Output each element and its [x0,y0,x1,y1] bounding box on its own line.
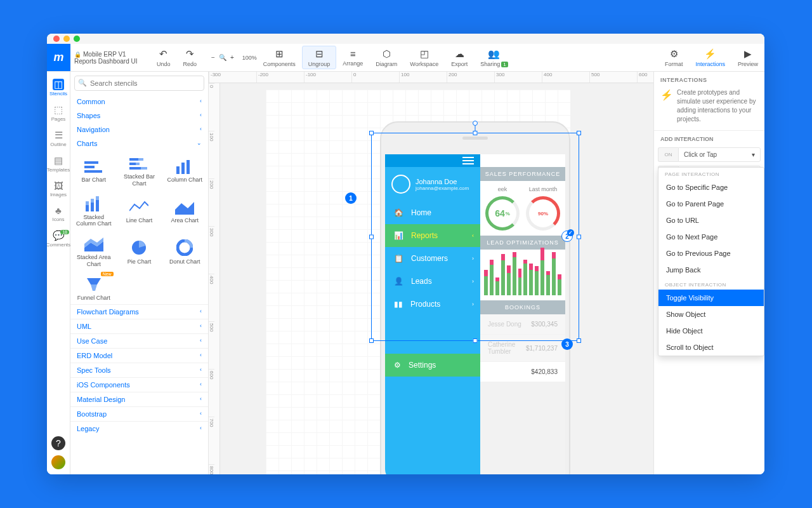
chevron-right-icon: › [472,278,474,284]
interactions-button[interactable]: ⚡Interactions [689,44,731,71]
hamburger-icon[interactable] [462,157,474,164]
category-bootstrap[interactable]: Bootstrap‹ [70,406,208,421]
section-sales: SALES PERFORMANCE [480,167,565,181]
stencil-stacked-column-chart[interactable]: Stacked Column Chart [72,191,116,231]
drawer-header [385,154,480,167]
nav-products[interactable]: ▮▮Products› [385,293,480,316]
dd-item[interactable]: Hide Object [658,323,764,339]
format-button[interactable]: ⚙Format [658,44,690,71]
tab-comments[interactable]: 18💬Comments [47,227,70,251]
stencil-pie-chart[interactable]: Pie Chart [117,231,162,271]
components-button[interactable]: ⊞Components [257,44,302,71]
category-flowchart[interactable]: Flowchart Diagrams‹ [70,304,208,319]
category-ios[interactable]: iOS Components‹ [70,377,208,392]
dd-item[interactable]: Scroll to Object [658,339,764,356]
stencil-column-chart[interactable]: Column Chart [162,150,207,190]
mockup-content: SALES PERFORMANCE eek64 Last month90% LE… [480,167,565,474]
interaction-marker-3[interactable]: 3 [561,338,573,350]
tab-templates[interactable]: ▤Templates [47,152,70,176]
category-material[interactable]: Material Design‹ [70,392,208,406]
svg-marker-24 [91,284,97,291]
dd-item[interactable]: Go to Previous Page [658,245,764,262]
preview-button[interactable]: ▶Preview [731,44,764,71]
resize-handle[interactable] [577,131,581,135]
dd-item[interactable]: Go to URL [658,212,764,229]
svg-rect-0 [84,161,98,164]
sharing-button[interactable]: 👥Sharing1 [474,44,514,71]
category-legacy[interactable]: Legacy‹ [70,421,208,436]
interaction-marker-1[interactable]: 1 [345,192,357,204]
category-usecase[interactable]: Use Case‹ [70,333,208,348]
export-button[interactable]: ☁Export [445,44,474,71]
tab-stencils[interactable]: ◫Stencils [47,76,70,100]
stencil-line-chart[interactable]: Line Chart [117,191,162,231]
phone-mockup[interactable]: Johanna Doejohanna@example.com 🏠Home 📊Re… [380,121,570,474]
svg-rect-15 [91,199,94,203]
diagram-button[interactable]: ⬡Diagram [369,44,403,71]
workspace-icon: ◰ [420,48,429,60]
nav-home[interactable]: 🏠Home [385,201,480,224]
tab-images[interactable]: 🖼Images [47,177,70,201]
project-name: Mobile ERP V1 [83,51,126,58]
format-icon: ⚙ [670,48,678,60]
stencil-stacked-area-chart[interactable]: Stacked Area Chart [72,231,116,271]
tab-pages[interactable]: ⬚Pages [47,101,70,125]
help-button[interactable]: ? [51,436,65,450]
canvas[interactable]: -300-200-1000100200300400500600700800 01… [209,72,653,474]
category-spec[interactable]: Spec Tools‹ [70,363,208,377]
stencil-search [74,76,204,91]
project-subtitle: Reports Dashboard UI [74,58,150,65]
window-zoom-icon[interactable] [74,36,80,42]
zoom-level: 100% [242,55,257,61]
on-trigger-field[interactable]: ON Click or Tap▾ [658,147,761,162]
artboard[interactable]: Johanna Doejohanna@example.com 🏠Home 📊Re… [266,90,570,474]
chevron-left-icon: ‹ [200,410,202,418]
search-input[interactable] [74,76,204,91]
pages-icon: ⬚ [54,104,63,116]
tab-outline[interactable]: ☰Outline [47,126,70,150]
bar-chart [480,250,565,300]
app-logo[interactable]: m [47,44,70,71]
category-shapes[interactable]: Shapes‹ [70,109,208,123]
resize-handle[interactable] [577,338,581,343]
interaction-marker-2[interactable]: 2 [561,231,573,242]
stencil-area-chart[interactable]: Area Chart [162,191,207,231]
app-window: m 🔒Mobile ERP V1 Reports Dashboard UI ↶U… [47,34,764,474]
stencil-donut-chart[interactable]: Donut Chart [162,231,207,271]
zoom-control[interactable]: −🔍+ [203,54,242,61]
window-close-icon[interactable] [53,36,60,42]
stencil-bar-chart[interactable]: Bar Chart [72,150,116,190]
nav-reports[interactable]: 📊Reports‹ [385,224,480,247]
dd-item[interactable]: Show Object [658,306,764,323]
category-uml[interactable]: UML‹ [70,319,208,333]
window-minimize-icon[interactable] [63,36,70,42]
category-navigation[interactable]: Navigation‹ [70,123,208,137]
dd-item[interactable]: Jump Back [658,262,764,278]
workspace-button[interactable]: ◰Workspace [403,44,445,71]
resize-handle[interactable] [577,235,581,239]
project-info[interactable]: 🔒Mobile ERP V1 Reports Dashboard UI [70,44,150,71]
category-common[interactable]: Common‹ [70,95,208,109]
stencil-stacked-bar-chart[interactable]: Stacked Bar Chart [117,150,162,190]
nav-customers[interactable]: 📋Customers› [385,247,480,270]
stacked-column-icon [84,196,103,211]
ungroup-button[interactable]: ⊟Ungroup [302,46,337,69]
undo-button[interactable]: ↶Undo [150,44,177,71]
category-charts[interactable]: Charts⌄ [70,137,208,150]
dd-item[interactable]: Toggle Visibility [658,290,764,306]
nav-leads[interactable]: 👤Leads› [385,270,480,293]
category-erd[interactable]: ERD Model‹ [70,348,208,363]
redo-button[interactable]: ↷Redo [177,44,204,71]
line-chart-icon [129,199,148,215]
undo-icon: ↶ [159,48,167,60]
dd-item[interactable]: Go to Next Page [658,229,764,245]
stencil-funnel-chart[interactable]: NewFunnel Chart [72,272,116,304]
dd-item[interactable]: Go to Specific Page [658,179,764,196]
chevron-down-icon: ▾ [752,151,755,158]
tab-icons[interactable]: ♣Icons [47,202,70,225]
dd-item[interactable]: Go to Parent Page [658,196,764,212]
svg-rect-7 [129,167,141,170]
arrange-button[interactable]: ≡Arrange [336,44,369,71]
nav-settings[interactable]: ⚙Settings [385,354,480,377]
user-avatar[interactable] [51,455,65,469]
